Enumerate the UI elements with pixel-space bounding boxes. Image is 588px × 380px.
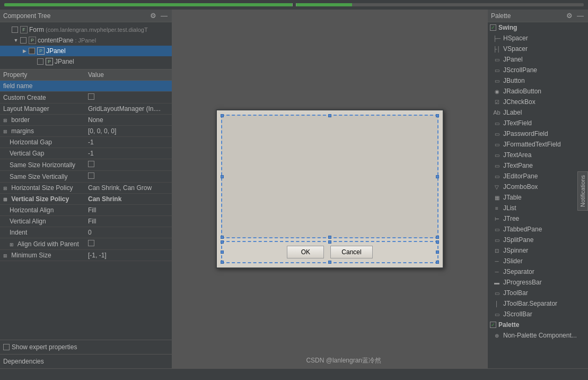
palette-item-jtabbedpane[interactable]: ▭ JTabbedPane: [488, 224, 588, 235]
prop-row-align-grid[interactable]: ⊞ Align Grid with Parent: [0, 238, 172, 250]
palette-item-jtable[interactable]: ▦ JTable: [488, 192, 588, 203]
palette-item-jtoolbar[interactable]: ▭ JToolBar: [488, 288, 588, 298]
palette-item-hspacer[interactable]: ├─ HSpacer: [488, 33, 588, 44]
align-grid-checkbox[interactable]: [88, 240, 94, 246]
prop-row-margins[interactable]: ⊞ margins [0, 0, 0, 0]: [0, 126, 172, 137]
palette-palette-header[interactable]: Palette: [488, 319, 588, 330]
form-inner-panel: [221, 115, 438, 238]
ok-button[interactable]: OK: [287, 246, 324, 258]
handle-bc[interactable]: [328, 236, 331, 239]
btn-handle-bc[interactable]: [328, 261, 331, 264]
btn-handle-ml[interactable]: [221, 251, 224, 254]
palette-section-checked[interactable]: [490, 322, 496, 328]
btn-handle-br[interactable]: [436, 261, 439, 264]
form-checkbox[interactable]: [12, 27, 18, 33]
prop-row-v-align[interactable]: Vertical Align Fill: [0, 216, 172, 227]
btn-handle-tc[interactable]: [328, 240, 331, 244]
prop-value-same-size-v[interactable]: [85, 171, 172, 183]
border-expand[interactable]: ⊞: [3, 118, 10, 123]
handle-mr[interactable]: [436, 175, 439, 178]
show-expert-item[interactable]: Show expert properties: [3, 342, 169, 352]
jpanel1-checkbox[interactable]: [29, 48, 35, 54]
prop-row-min-size[interactable]: ⊞ Minimum Size [-1, -1]: [0, 250, 172, 261]
prop-row-h-align[interactable]: Horizontal Align Fill: [0, 205, 172, 216]
palette-item-jtextfield[interactable]: ▭ JTextField: [488, 118, 588, 128]
tree-item-jpanel1[interactable]: ▶ P JPanel: [0, 46, 172, 56]
contentpane-label: contentPane: [38, 37, 73, 44]
min-size-expand[interactable]: ⊞: [3, 253, 10, 258]
h-size-policy-expand[interactable]: ⊞: [3, 186, 10, 191]
contentpane-checkbox[interactable]: [20, 37, 27, 44]
v-size-policy-expand[interactable]: ⊞: [3, 197, 10, 202]
prop-row-field-name[interactable]: field name: [0, 81, 172, 92]
tree-item-form[interactable]: F Form (com.lanlengran.mvphelper.test.di…: [0, 24, 172, 35]
prop-value-field-name[interactable]: [85, 81, 172, 92]
swing-label: Swing: [498, 24, 517, 31]
palette-item-jseparator[interactable]: ─ JSeparator: [488, 266, 588, 277]
prop-row-indent[interactable]: Indent 0: [0, 227, 172, 238]
palette-item-jeditorpane[interactable]: ▭ JEditorPane: [488, 171, 588, 182]
palette-item-jlist[interactable]: ≡ JList: [488, 203, 588, 213]
prop-row-v-gap[interactable]: Vertical Gap -1: [0, 148, 172, 159]
jpanel2-checkbox[interactable]: [37, 58, 43, 65]
palette-item-jprogressbar[interactable]: ▬ JProgressBar: [488, 277, 588, 288]
handle-ml[interactable]: [221, 175, 224, 178]
prop-row-same-size-h[interactable]: Same Size Horizontally: [0, 159, 172, 171]
prop-row-same-size-v[interactable]: Same Size Vertically: [0, 171, 172, 183]
palette-item-jscrollpane[interactable]: ▭ JScrollPane: [488, 65, 588, 75]
dependencies-item[interactable]: Dependencies: [3, 356, 169, 367]
palette-item-jsplitpane[interactable]: ▭ JSplitPane: [488, 235, 588, 245]
prop-value-same-size-h[interactable]: [85, 159, 172, 171]
btn-handle-tl[interactable]: [221, 240, 224, 244]
btn-handle-bl[interactable]: [221, 261, 224, 264]
palette-item-jformattedtextfield[interactable]: ▭ JFormattedTextField: [488, 139, 588, 150]
handle-tc[interactable]: [328, 114, 331, 117]
palette-item-jtoolbar-sep[interactable]: │ JToolBar.Separator: [488, 298, 588, 309]
palette-item-jpasswordfield[interactable]: ▭ JPasswordField: [488, 128, 588, 139]
component-tree-settings-icon[interactable]: ⚙: [149, 12, 157, 20]
prop-row-layout-manager[interactable]: Layout Manager GridLayoutManager (In....: [0, 103, 172, 115]
palette-close-icon[interactable]: —: [576, 12, 585, 20]
custom-create-checkbox[interactable]: [88, 93, 94, 100]
handle-bl[interactable]: [221, 236, 224, 239]
palette-settings-icon[interactable]: ⚙: [565, 12, 574, 20]
btn-handle-tr[interactable]: [436, 240, 439, 244]
prop-row-h-size-policy[interactable]: ⊞ Horizontal Size Policy Can Shrink, Can…: [0, 183, 172, 194]
palette-item-jcheckbox[interactable]: ☑ JCheckBox: [488, 97, 588, 107]
palette-item-jradiobutton[interactable]: ◉ JRadioButton: [488, 86, 588, 97]
prop-row-v-size-policy[interactable]: ⊞ Vertical Size Policy Can Shrink: [0, 194, 172, 205]
palette-item-jslider[interactable]: ─ JSlider: [488, 256, 588, 266]
same-size-h-checkbox[interactable]: [88, 161, 94, 167]
prop-row-h-gap[interactable]: Horizontal Gap -1: [0, 137, 172, 148]
prop-value-align-grid[interactable]: [85, 238, 172, 250]
palette-item-vspacer[interactable]: ├│ VSpacer: [488, 44, 588, 54]
palette-item-jspinner[interactable]: ⊡ JSpinner: [488, 245, 588, 256]
margins-expand[interactable]: ⊞: [3, 129, 10, 134]
palette-item-jpanel[interactable]: ▭ JPanel: [488, 54, 588, 65]
same-size-v-checkbox[interactable]: [88, 172, 94, 179]
palette-item-jtextarea[interactable]: ▭ JTextArea: [488, 150, 588, 160]
palette-item-jtree[interactable]: ⊢ JTree: [488, 213, 588, 224]
palette-item-jscrollbar[interactable]: ▭ JScrollBar: [488, 309, 588, 319]
handle-tr[interactable]: [436, 114, 439, 117]
palette-swing-header[interactable]: Swing: [488, 22, 588, 33]
palette-item-jbutton[interactable]: ▭ JButton: [488, 75, 588, 86]
component-tree-close-icon[interactable]: —: [160, 12, 169, 20]
tree-item-jpanel2[interactable]: P JPanel: [0, 56, 172, 67]
notifications-tab[interactable]: Notifications: [577, 171, 588, 211]
palette-item-jlabel[interactable]: Ab JLabel: [488, 107, 588, 118]
handle-tl[interactable]: [221, 114, 224, 117]
palette-item-jcombobox[interactable]: ▽ JComboBox: [488, 182, 588, 192]
prop-row-border[interactable]: ⊞ border None: [0, 115, 172, 126]
prop-value-custom-create[interactable]: [85, 92, 172, 103]
align-grid-expand[interactable]: ⊞: [10, 242, 16, 247]
swing-checked[interactable]: [490, 24, 496, 31]
cancel-button[interactable]: Cancel: [330, 246, 372, 258]
palette-item-jtextpane[interactable]: ▭ JTextPane: [488, 160, 588, 171]
prop-row-custom-create[interactable]: Custom Create: [0, 92, 172, 103]
show-expert-checkbox[interactable]: [3, 344, 10, 350]
tree-item-contentpane[interactable]: ▼ P contentPane : JPanel: [0, 35, 172, 46]
btn-handle-mr[interactable]: [436, 251, 439, 254]
handle-br[interactable]: [436, 236, 439, 239]
palette-item-non-palette[interactable]: ⊕ Non-Palette Component...: [488, 330, 588, 341]
